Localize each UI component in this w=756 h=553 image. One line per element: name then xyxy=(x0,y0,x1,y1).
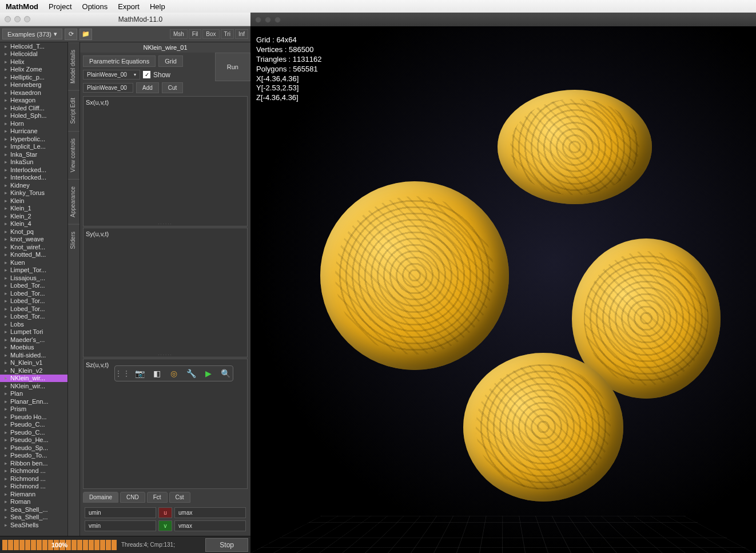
examples-dropdown[interactable]: Examples (373)▾ xyxy=(2,29,62,39)
tree-item[interactable]: ▸Pseudo_C... xyxy=(0,421,67,429)
tab-script-edit[interactable]: Script Edit xyxy=(68,90,79,131)
tree-item[interactable]: ▸Kuen xyxy=(0,258,67,266)
component-combo[interactable]: PlainWeave_00▾ xyxy=(83,70,140,79)
tab-cnd[interactable]: CND xyxy=(120,492,145,503)
sy-equation-input[interactable]: Sy(u,v,t)...... xyxy=(83,228,248,358)
tree-item[interactable]: ▸Richmond ... xyxy=(0,467,67,475)
render-canvas[interactable] xyxy=(250,26,756,553)
tree-item[interactable]: ▸Ribbon ben... xyxy=(0,459,67,467)
add-button[interactable]: Add xyxy=(136,82,159,93)
tab-model-details[interactable]: Model details xyxy=(68,42,79,90)
search-icon[interactable]: 🔍 xyxy=(220,368,231,379)
tree-item[interactable]: ▸Riemann xyxy=(0,490,67,498)
tab-appearance[interactable]: Appearance xyxy=(68,179,79,224)
vmax-input[interactable]: vmax xyxy=(174,520,246,531)
tab-fct[interactable]: Fct xyxy=(147,492,168,503)
tree-item[interactable]: ▸InkaSun xyxy=(0,158,67,166)
tree-item[interactable]: ▸Klein_2 xyxy=(0,212,67,220)
tree-item[interactable]: ▸Kidney xyxy=(0,181,67,189)
wrench-icon[interactable]: 🔧 xyxy=(185,368,197,379)
tree-item[interactable]: ▸Sea_Shell_... xyxy=(0,514,67,522)
tree-item[interactable]: ▸Plan xyxy=(0,390,67,398)
tree-item[interactable]: ▸Lobed_Tor... xyxy=(0,289,67,297)
folder-icon[interactable]: 📁 xyxy=(79,29,92,40)
tab-sliders[interactable]: Sliders xyxy=(68,224,79,256)
stop-button[interactable]: Stop xyxy=(205,538,248,552)
tri-button[interactable]: Tri xyxy=(221,29,234,39)
menu-options[interactable]: Options xyxy=(82,2,108,11)
floating-toolbar[interactable]: ⋮⋮ 📷 ◧ ◎ 🔧 ▶ 🔍 xyxy=(114,365,233,381)
tree-item[interactable]: ▸Helix Zome xyxy=(0,66,67,74)
tree-item[interactable]: ▸Lissajous_... xyxy=(0,274,67,282)
vp-close-icon[interactable] xyxy=(255,17,261,23)
tree-item[interactable]: ▸Kinky_Torus xyxy=(0,189,67,197)
tree-item[interactable]: ▸Lobed_Tor... xyxy=(0,313,67,321)
example-tree[interactable]: ▸Helicoid_T...▸Helicoidal▸Helix▸Helix Zo… xyxy=(0,42,67,536)
3d-viewport[interactable]: Grid : 64x64 Vertices : 586500 Triangles… xyxy=(250,13,756,553)
tab-view-controls[interactable]: View controls xyxy=(68,131,79,179)
tree-item[interactable]: ▸Henneberg xyxy=(0,81,67,89)
menu-project[interactable]: Project xyxy=(49,2,71,11)
tree-item[interactable]: ▸Hexagon xyxy=(0,97,67,105)
tree-item[interactable]: ▸Knot_pq xyxy=(0,228,67,236)
tree-item[interactable]: ▸Helicoid_T... xyxy=(0,42,67,50)
tree-item[interactable]: ▸Richmond ... xyxy=(0,483,67,491)
tree-item[interactable]: ▸Knot_wiref... xyxy=(0,243,67,251)
minimize-icon[interactable] xyxy=(14,16,21,22)
tree-item[interactable]: ▸NKlein_wir... xyxy=(0,382,67,390)
menu-help[interactable]: Help xyxy=(150,2,165,11)
app-menu[interactable]: MathMod xyxy=(6,2,38,11)
tab-parametric[interactable]: Parametric Equations xyxy=(83,55,156,67)
tree-item[interactable]: ▸Roman xyxy=(0,498,67,506)
tree-item[interactable]: ▸Pseudo_He... xyxy=(0,436,67,444)
camera-icon[interactable]: 📷 xyxy=(134,368,145,379)
tree-item[interactable]: ▸Interlocked... xyxy=(0,166,67,174)
tree-item[interactable]: ▸Lobed_Tor... xyxy=(0,297,67,305)
tab-cst[interactable]: Cst xyxy=(169,492,190,503)
tab-grid[interactable]: Grid xyxy=(158,55,183,67)
inf-button[interactable]: Inf xyxy=(235,29,248,39)
play-icon[interactable]: ▶ xyxy=(202,368,214,379)
menu-export[interactable]: Export xyxy=(118,2,140,11)
tree-item[interactable]: ▸Lobs xyxy=(0,320,67,328)
tree-item[interactable]: ▸Lumpet Tori xyxy=(0,328,67,336)
refresh-icon[interactable]: ⟳ xyxy=(65,29,77,40)
tree-item[interactable]: ▸Horn xyxy=(0,120,67,128)
tree-item[interactable]: ▸Pseudo_To... xyxy=(0,452,67,460)
tree-item[interactable]: ▸Richmond ... xyxy=(0,475,67,483)
tree-item[interactable]: ▸Inka_Star xyxy=(0,150,67,158)
tree-item[interactable]: ▸Holed_Sph... xyxy=(0,112,67,120)
tree-item[interactable]: ▸Limpet_Tor... xyxy=(0,266,67,274)
tree-item[interactable]: ▸Interlocked... xyxy=(0,174,67,182)
close-icon[interactable] xyxy=(5,16,11,22)
tree-item[interactable]: ▸Pseudo_Sp... xyxy=(0,444,67,452)
tree-item[interactable]: ▸N_Klein_v1 xyxy=(0,359,67,367)
tree-item[interactable]: ▸Helliptic_p... xyxy=(0,73,67,81)
tree-item[interactable]: ▸Klein_4 xyxy=(0,220,67,228)
tree-item[interactable]: ▸Klein xyxy=(0,197,67,205)
vmin-input[interactable]: vmin xyxy=(85,520,156,531)
vp-minimize-icon[interactable] xyxy=(265,17,271,23)
tree-item[interactable]: ▸Pseudo_C... xyxy=(0,428,67,436)
eraser-icon[interactable]: ◧ xyxy=(151,368,162,379)
sx-equation-input[interactable]: Sx(u,v,t)...... xyxy=(83,96,248,226)
tree-item[interactable]: ▸SeaShells xyxy=(0,521,67,529)
fil-button[interactable]: Fil xyxy=(189,29,202,39)
tree-item[interactable]: ▸knot_weave xyxy=(0,236,67,244)
tree-item[interactable]: ▸Klein_1 xyxy=(0,205,67,213)
tree-item[interactable]: ▸Holed Cliff... xyxy=(0,104,67,112)
tree-item[interactable]: ▸Moebius xyxy=(0,344,67,352)
tree-item[interactable]: ▸Prism xyxy=(0,405,67,413)
umax-input[interactable]: umax xyxy=(174,507,246,518)
tree-item[interactable]: ▸Multi-sided... xyxy=(0,351,67,359)
tree-item[interactable]: ▸Helix xyxy=(0,58,67,66)
tree-item[interactable]: ▸Pseudo Ho... xyxy=(0,413,67,421)
run-button[interactable]: Run xyxy=(215,53,250,81)
tree-item[interactable]: ▸NKlein_wir... xyxy=(0,375,67,383)
msh-button[interactable]: Msh xyxy=(170,29,188,39)
tree-item[interactable]: ▸Helicoidal xyxy=(0,50,67,58)
tab-domaine[interactable]: Domaine xyxy=(83,492,118,503)
umin-input[interactable]: umin xyxy=(85,507,156,518)
component-name-input[interactable]: PlainWeave_00 xyxy=(83,83,133,93)
tree-item[interactable]: ▸Maeder's_... xyxy=(0,336,67,344)
